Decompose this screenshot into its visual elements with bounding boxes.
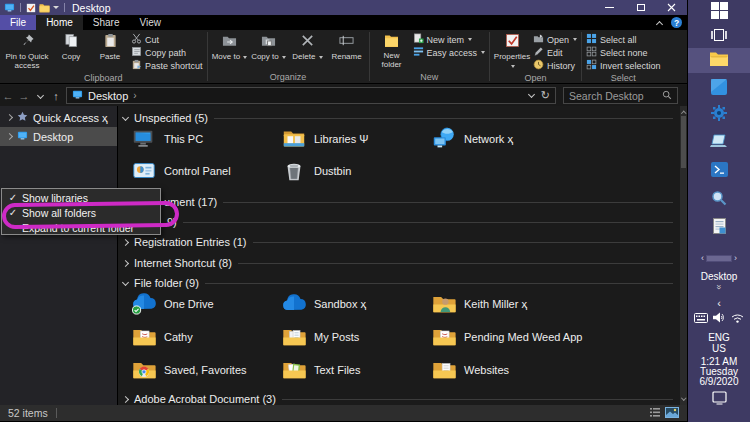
powershell-button[interactable] [688, 162, 750, 181]
copy-button[interactable]: Copy [53, 31, 89, 62]
history-button[interactable]: History [533, 59, 577, 72]
desktop-item-text-files[interactable]: Text Files [281, 357, 360, 383]
cut-button[interactable]: Cut [131, 33, 203, 46]
new-folder-button[interactable]: New folder [374, 31, 410, 70]
language-indicator-line1[interactable]: ENG [688, 332, 750, 342]
breadcrumb-chevron[interactable]: › [133, 90, 136, 101]
chevron-right-icon[interactable] [6, 114, 13, 121]
details-view-icon[interactable] [649, 407, 661, 420]
chevron-down-icon[interactable] [122, 113, 129, 120]
scroll-right-icon[interactable]: › [734, 253, 737, 263]
gear-app-button[interactable] [688, 106, 750, 124]
scroll-track[interactable] [706, 255, 732, 262]
desktop-item-sandbox[interactable]: Sandbox ҳ [281, 291, 366, 317]
group-header-unspecified[interactable]: Unspecified (5) [123, 111, 673, 125]
desktop-item-libraries[interactable]: Libraries Ψ [281, 126, 368, 152]
minimize-button[interactable] [594, 0, 625, 15]
chevron-right-icon[interactable] [122, 238, 129, 245]
address-bar[interactable]: Desktop › ↻ [66, 87, 556, 104]
select-none-button[interactable]: Select none [586, 46, 661, 59]
desktop-item-this-pc[interactable]: This PC [131, 126, 203, 152]
desktop-item-cathy[interactable]: Cathy [131, 324, 193, 350]
group-header-partial-document[interactable]: ument (17) [164, 195, 673, 209]
show-hidden-icons-chevron[interactable]: ‹ [688, 297, 750, 309]
back-icon[interactable]: ← [0, 90, 16, 102]
clock-date[interactable]: 6/9/2020 [688, 376, 750, 386]
sidebar-item-quick-access[interactable]: Quick Access ҳ [0, 108, 117, 127]
address-dropdown-icon[interactable] [528, 91, 535, 98]
blue-tile-app-button[interactable] [688, 80, 750, 98]
new-item-button[interactable]: New item [413, 33, 486, 46]
vertical-scrollbar[interactable] [680, 106, 687, 405]
tab-file[interactable]: File [0, 15, 36, 30]
search-input[interactable]: Search Desktop [563, 87, 678, 104]
easy-access-button[interactable]: Easy access [413, 46, 486, 59]
paste-shortcut-button[interactable]: Paste shortcut [131, 59, 203, 72]
file-explorer-taskbar-button[interactable] [688, 48, 750, 73]
group-header-file-folder[interactable]: File folder (9) [123, 276, 673, 290]
document-app-button[interactable] [688, 218, 750, 237]
properties-button[interactable]: Properties [494, 31, 530, 71]
forward-icon[interactable]: → [16, 90, 32, 102]
magnifier-app-button[interactable] [688, 190, 750, 209]
desktop-item-control-panel[interactable]: Control Panel [131, 158, 231, 184]
invert-selection-button[interactable]: Invert selection [586, 59, 661, 72]
refresh-icon[interactable]: ↻ [541, 89, 550, 102]
action-center-button[interactable] [688, 392, 750, 408]
chevron-right-icon[interactable] [122, 395, 129, 402]
help-icon[interactable]: ? [671, 17, 682, 28]
desktop-item-saved-favorites[interactable]: Saved, Favorites [131, 357, 247, 383]
laptop-app-button[interactable] [688, 134, 750, 152]
desktop-item-websites[interactable]: Websites [431, 357, 509, 383]
chevron-right-icon[interactable] [6, 133, 13, 140]
tab-view[interactable]: View [130, 15, 172, 30]
chevron-down-icon[interactable] [122, 278, 129, 285]
chevron-right-icon[interactable] [122, 259, 129, 266]
copy-path-button[interactable]: Copy path [131, 46, 203, 59]
task-view-button[interactable] [688, 28, 750, 46]
toolbar-overflow-icon[interactable]: » [688, 282, 750, 292]
group-header-adobe-acrobat[interactable]: Adobe Acrobat Document (3) [123, 392, 673, 406]
scrollbar-thumb[interactable] [681, 116, 686, 168]
volume-icon[interactable] [713, 309, 726, 327]
desktop-item-one-drive[interactable]: One Drive [131, 291, 214, 317]
edit-button[interactable]: Edit [533, 46, 577, 59]
maximize-button[interactable] [625, 0, 656, 15]
rename-button[interactable]: Rename [329, 31, 365, 62]
clock-day[interactable]: Tuesday [688, 366, 750, 376]
desktop-item-dustbin[interactable]: Dustbin [281, 158, 351, 184]
scroll-down-icon[interactable] [681, 395, 686, 400]
copy-to-button[interactable]: Copy to [251, 31, 287, 62]
scroll-left-icon[interactable]: ‹ [701, 253, 704, 263]
toolbar-scroller[interactable]: ‹ › [688, 252, 750, 264]
qat-customize-caret-icon[interactable] [53, 6, 59, 9]
network-tray-icon[interactable] [731, 309, 744, 327]
open-button[interactable]: Open [533, 33, 577, 46]
recent-locations-icon[interactable] [32, 90, 48, 102]
close-button[interactable] [656, 0, 687, 15]
group-header-registration-entries[interactable]: Registration Entries (1) [123, 235, 673, 249]
desktop-item-network[interactable]: Network ҳ [431, 126, 513, 152]
language-indicator-line2[interactable]: US [688, 343, 750, 353]
keyboard-tray-icon[interactable] [694, 309, 708, 327]
search-icon[interactable] [662, 90, 672, 102]
move-to-button[interactable]: Move to [212, 31, 248, 62]
large-icons-view-icon[interactable] [665, 407, 679, 420]
desktop-item-pending-med-weed-app[interactable]: Pending Med Weed App [431, 324, 582, 350]
start-button[interactable] [688, 2, 750, 22]
paste-button[interactable]: Paste [92, 31, 128, 62]
tab-share[interactable]: Share [83, 15, 130, 30]
group-header-internet-shortcut[interactable]: Internet Shortcut (8) [123, 256, 673, 270]
breadcrumb[interactable]: Desktop [88, 90, 128, 102]
delete-button[interactable]: Delete [290, 31, 326, 62]
desktop-item-keith-miller[interactable]: Keith Miller ҳ [431, 291, 527, 317]
clock-time[interactable]: 1:21 AM [688, 356, 750, 366]
desktop-toolbar-label[interactable]: Desktop [688, 270, 750, 282]
tab-home[interactable]: Home [36, 15, 83, 30]
pin-to-quick-access-button[interactable]: Pin to Quick access [4, 31, 50, 71]
select-all-button[interactable]: Select all [586, 33, 661, 46]
sidebar-item-desktop[interactable]: Desktop [0, 127, 117, 146]
collapse-ribbon-icon[interactable] [656, 20, 663, 27]
desktop-item-my-posts[interactable]: My Posts [281, 324, 359, 350]
group-header-partial[interactable]: 9) [167, 215, 673, 229]
